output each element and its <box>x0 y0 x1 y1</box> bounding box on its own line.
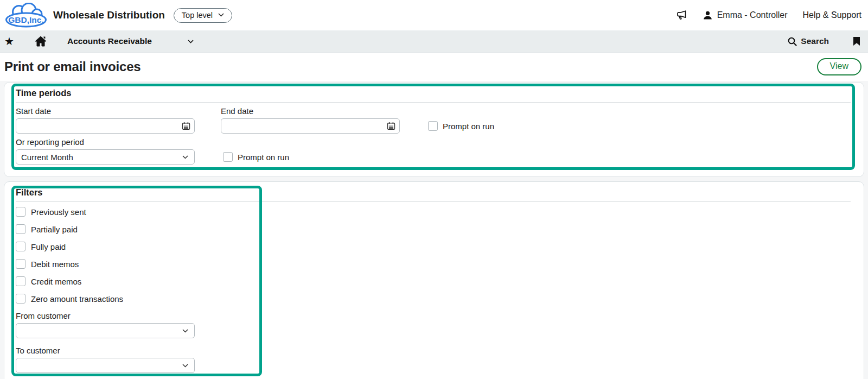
filter-previously-sent[interactable]: Previously sent <box>16 207 851 217</box>
date-fields-row: Start date <box>16 103 851 134</box>
start-date-label: Start date <box>16 106 195 116</box>
debit-memos-checkbox[interactable] <box>16 259 25 269</box>
reporting-period-field: Or reporting period Current Month <box>16 134 195 165</box>
view-button[interactable]: View <box>817 58 861 75</box>
chevron-down-icon <box>182 155 188 159</box>
svg-text:GBD,Inc.: GBD,Inc. <box>8 15 43 24</box>
time-periods-section-title: Time periods <box>16 86 851 98</box>
announcements-button[interactable] <box>676 10 687 21</box>
end-date-label: End date <box>221 106 400 116</box>
search-icon <box>788 37 797 46</box>
reporting-period-value: Current Month <box>21 153 73 162</box>
credit-memos-checkbox[interactable] <box>16 276 25 286</box>
prompt-on-run-label: Prompt on run <box>443 122 494 131</box>
module-selector[interactable]: Accounts Receivable <box>67 36 194 46</box>
entity-selector-value: Top level <box>182 11 213 20</box>
module-nav-bar: ★ Accounts Receivable Search <box>0 30 868 53</box>
chevron-down-icon <box>188 40 194 43</box>
filter-fully-paid[interactable]: Fully paid <box>16 242 851 251</box>
credit-memos-label: Credit memos <box>31 277 81 286</box>
favorites-star-icon[interactable]: ★ <box>4 36 14 47</box>
user-icon <box>703 10 713 21</box>
filter-credit-memos[interactable]: Credit memos <box>16 276 851 286</box>
end-date-input[interactable] <box>221 118 400 134</box>
from-customer-label: From customer <box>16 311 851 320</box>
reporting-period-label: Or reporting period <box>16 137 195 147</box>
chevron-down-icon <box>182 364 188 368</box>
page-title: Print or email invoices <box>4 59 141 74</box>
chevron-down-icon <box>218 13 224 17</box>
end-date-field: End date <box>221 103 400 134</box>
reporting-period-select[interactable]: Current Month <box>16 149 195 165</box>
bookmark-icon <box>853 36 860 46</box>
start-date-field: Start date <box>16 103 195 134</box>
reporting-period-row: Or reporting period Current Month Prompt… <box>16 134 851 165</box>
to-customer-field: To customer <box>16 346 851 373</box>
cloud-logo-icon: GBD,Inc. <box>4 3 48 28</box>
previously-sent-checkbox[interactable] <box>16 207 25 217</box>
date-prompt-on-run-checkbox-row[interactable]: Prompt on run <box>428 121 494 131</box>
user-menu[interactable]: Emma - Controller <box>703 10 788 21</box>
zero-amount-transactions-checkbox[interactable] <box>16 294 25 304</box>
partially-paid-label: Partially paid <box>31 225 78 234</box>
filter-checkbox-list: Previously sent Partially paid Fully pai… <box>16 207 851 304</box>
chevron-down-icon <box>182 329 188 333</box>
filters-section-title: Filters <box>16 186 851 198</box>
help-and-support-link[interactable]: Help & Support <box>802 10 861 20</box>
filter-zero-amount-transactions[interactable]: Zero amount transactions <box>16 294 851 304</box>
filters-card: Filters Previously sent Partially paid F… <box>4 181 864 379</box>
entity-selector[interactable]: Top level <box>174 8 232 23</box>
to-customer-label: To customer <box>16 346 851 355</box>
module-selector-value: Accounts Receivable <box>67 36 152 46</box>
section-divider <box>16 201 851 202</box>
page-title-row: Print or email invoices View <box>0 53 868 81</box>
to-customer-select[interactable] <box>16 358 195 373</box>
calendar-icon[interactable] <box>387 122 395 130</box>
fully-paid-checkbox[interactable] <box>16 242 25 251</box>
debit-memos-label: Debit memos <box>31 260 79 269</box>
from-customer-select[interactable] <box>16 323 195 338</box>
print-or-email-invoices-page: GBD,Inc. Wholesale Distribution Top leve… <box>0 0 868 379</box>
home-icon <box>35 36 47 47</box>
partially-paid-checkbox[interactable] <box>16 224 25 234</box>
fully-paid-label: Fully paid <box>31 242 66 251</box>
megaphone-icon <box>676 10 687 21</box>
from-customer-field: From customer <box>16 311 851 338</box>
home-button[interactable] <box>35 36 47 47</box>
period-prompt-on-run-checkbox-row[interactable]: Prompt on run <box>223 152 289 162</box>
search-label: Search <box>801 36 829 46</box>
time-periods-card: Time periods Start date <box>4 82 864 177</box>
search-button[interactable]: Search <box>788 36 829 46</box>
start-date-input[interactable] <box>16 118 195 134</box>
filter-debit-memos[interactable]: Debit memos <box>16 259 851 269</box>
filter-partially-paid[interactable]: Partially paid <box>16 224 851 234</box>
previously-sent-label: Previously sent <box>31 207 86 217</box>
prompt-on-run-checkbox[interactable] <box>428 121 438 131</box>
user-name: Emma - Controller <box>717 10 788 20</box>
top-header-bar: GBD,Inc. Wholesale Distribution Top leve… <box>0 0 868 30</box>
zero-amount-transactions-label: Zero amount transactions <box>31 294 123 304</box>
app-title: Wholesale Distribution <box>53 9 165 21</box>
company-logo[interactable]: GBD,Inc. <box>4 3 48 28</box>
nav-right-cluster: Search <box>788 36 860 46</box>
header-right-cluster: Emma - Controller Help & Support <box>676 10 861 21</box>
prompt-on-run-checkbox[interactable] <box>223 152 233 162</box>
prompt-on-run-label: Prompt on run <box>238 153 289 162</box>
calendar-icon[interactable] <box>182 122 190 130</box>
bookmarks-button[interactable] <box>853 36 860 46</box>
